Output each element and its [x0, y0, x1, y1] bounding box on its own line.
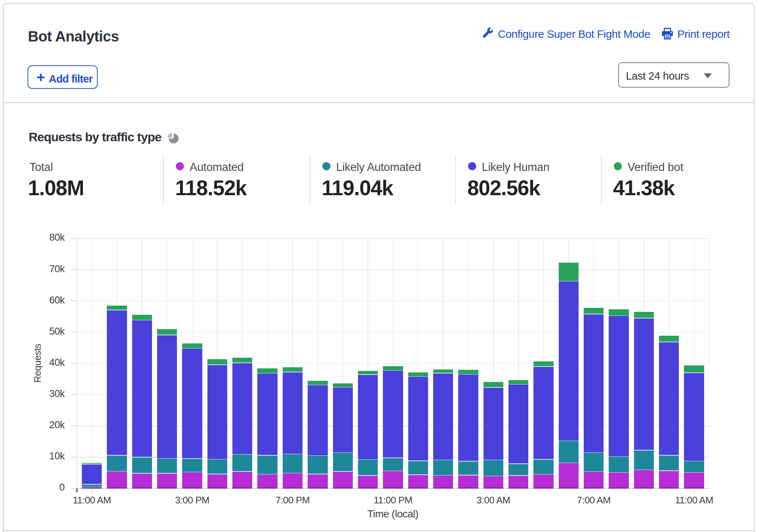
svg-text:11:00 PM: 11:00 PM	[374, 495, 412, 506]
svg-text:10k: 10k	[49, 451, 65, 462]
svg-text:50k: 50k	[49, 326, 65, 337]
svg-text:11:00 AM: 11:00 AM	[675, 495, 713, 506]
svg-text:Requests: Requests	[32, 344, 43, 383]
svg-text:0: 0	[59, 482, 65, 493]
svg-text:Time (local): Time (local)	[367, 508, 418, 520]
svg-text:70k: 70k	[49, 263, 65, 274]
svg-text:40k: 40k	[49, 357, 65, 368]
svg-text:7:00 PM: 7:00 PM	[275, 495, 309, 506]
svg-text:30k: 30k	[49, 388, 65, 399]
svg-text:3:00 PM: 3:00 PM	[175, 495, 209, 506]
svg-text:7:00 AM: 7:00 AM	[577, 495, 611, 506]
svg-text:60k: 60k	[49, 295, 65, 306]
svg-text:80k: 80k	[49, 232, 65, 243]
svg-text:20k: 20k	[49, 419, 65, 430]
svg-text:3:00 AM: 3:00 AM	[477, 495, 510, 506]
svg-text:11:00 AM: 11:00 AM	[73, 495, 111, 506]
